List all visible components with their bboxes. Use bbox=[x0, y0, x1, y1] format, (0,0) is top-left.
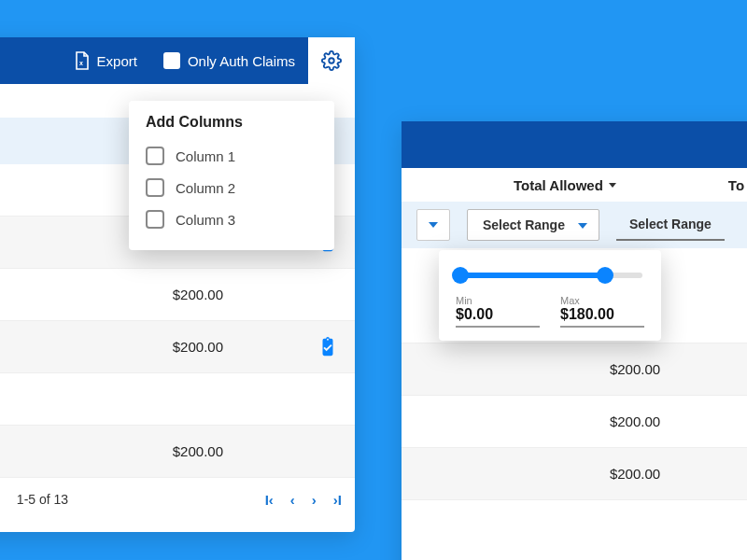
add-column-label: Column 3 bbox=[176, 212, 235, 228]
table-row: $200.00 $200.00 bbox=[0, 269, 355, 321]
pagination: s per page: 5 1-5 of 13 I‹ ‹ › ›I bbox=[0, 478, 355, 521]
add-column-option[interactable]: Column 2 bbox=[146, 172, 317, 203]
only-auth-label: Only Auth Claims bbox=[188, 53, 295, 69]
range-min-field[interactable]: Min $0.00 bbox=[456, 295, 540, 328]
export-button[interactable]: x Export bbox=[62, 37, 150, 84]
filter-row: Select Range Select Range bbox=[402, 202, 747, 248]
cell-amount: $200.00 bbox=[0, 443, 17, 459]
claims-panel-right: x Export Total Allowed To Select Range S… bbox=[402, 121, 747, 560]
prev-page-button[interactable]: ‹ bbox=[290, 492, 295, 508]
table-row: $200.00 bbox=[402, 396, 747, 448]
last-page-button[interactable]: ›I bbox=[333, 492, 342, 508]
checkbox-icon bbox=[146, 178, 164, 197]
column-header-label: To bbox=[728, 177, 744, 193]
table-row: $200.00 $200.00 bbox=[0, 426, 355, 478]
page-nav: I‹ ‹ › ›I bbox=[265, 492, 342, 508]
checkbox-icon bbox=[163, 52, 180, 69]
cell-amount: $200.00 bbox=[0, 391, 17, 407]
chevron-down-icon bbox=[578, 223, 587, 229]
toolbar: x Export bbox=[402, 121, 747, 168]
gear-icon bbox=[321, 50, 342, 71]
table-row: $200.00 bbox=[402, 448, 747, 500]
range-fields: Min $0.00 Max $180.00 bbox=[456, 295, 644, 328]
column-header-total-allowed[interactable]: Total Allowed bbox=[514, 177, 616, 193]
first-page-button[interactable]: I‹ bbox=[265, 492, 274, 508]
export-button[interactable]: x Export bbox=[744, 121, 747, 168]
add-column-option[interactable]: Column 3 bbox=[146, 203, 317, 235]
table-row: $200.00 $200.00 bbox=[0, 321, 355, 373]
toolbar: x Export Only Auth Claims bbox=[0, 37, 355, 84]
column-headers: Total Allowed To bbox=[402, 168, 747, 202]
cell-amount: $200.00 bbox=[0, 234, 17, 250]
file-export-icon: x bbox=[75, 51, 90, 70]
cell-amount: $200.00 bbox=[610, 361, 660, 377]
next-page-button[interactable]: › bbox=[312, 492, 317, 508]
cell-amount: $200.00 bbox=[610, 466, 660, 482]
table-row: $200.00 bbox=[402, 343, 747, 396]
range-max-field[interactable]: Max $180.00 bbox=[560, 295, 644, 328]
cell-amount: $200.00 bbox=[111, 443, 223, 459]
slider-fill bbox=[458, 273, 605, 278]
range-max-label: Max bbox=[560, 295, 644, 306]
add-column-label: Column 2 bbox=[176, 180, 235, 196]
clipboard-check-icon[interactable] bbox=[317, 337, 338, 357]
select-range-label: Select Range bbox=[629, 217, 712, 231]
add-columns-title: Add Columns bbox=[146, 114, 317, 131]
settings-button[interactable] bbox=[308, 37, 355, 84]
cell-amount: $200.00 bbox=[111, 339, 223, 355]
column-header-secondary[interactable]: To bbox=[728, 177, 744, 193]
cell-amount: $200.00 bbox=[0, 339, 17, 355]
range-slider[interactable] bbox=[458, 273, 642, 278]
select-range-label: Select Range bbox=[483, 217, 565, 232]
table-row: $200.00 bbox=[0, 373, 355, 426]
range-slider-popover: Min $0.00 Max $180.00 bbox=[439, 250, 661, 341]
column-header-label: Total Allowed bbox=[514, 177, 603, 193]
cell-amount: $200.00 bbox=[610, 413, 660, 429]
cell-amount: $200.00 bbox=[0, 182, 17, 198]
select-range-input[interactable]: Select Range bbox=[616, 209, 725, 241]
range-min-value: $0.00 bbox=[456, 306, 540, 323]
add-column-label: Column 1 bbox=[176, 148, 235, 164]
select-range-button[interactable]: Select Range bbox=[467, 209, 599, 241]
cell-amount: $200.00 bbox=[0, 287, 17, 302]
checkbox-icon bbox=[146, 147, 164, 165]
range-max-value: $180.00 bbox=[560, 306, 644, 323]
cell-amount: $200.00 bbox=[111, 287, 223, 302]
chevron-down-icon bbox=[429, 222, 438, 228]
slider-handle-max[interactable] bbox=[597, 267, 613, 284]
slider-handle-min[interactable] bbox=[452, 267, 469, 284]
range-min-label: Min bbox=[456, 295, 540, 306]
checkbox-icon bbox=[146, 210, 164, 229]
sort-caret-icon bbox=[609, 183, 616, 188]
export-label: Export bbox=[97, 53, 137, 69]
filter-dropdown[interactable] bbox=[416, 209, 450, 241]
only-auth-toggle[interactable]: Only Auth Claims bbox=[150, 37, 308, 84]
add-columns-popover: Add Columns Column 1 Column 2 Column 3 bbox=[129, 101, 334, 250]
svg-point-1 bbox=[329, 58, 334, 63]
add-column-option[interactable]: Column 1 bbox=[146, 140, 317, 172]
page-range-text: 1-5 of 13 bbox=[17, 492, 68, 507]
svg-text:x: x bbox=[79, 60, 83, 66]
